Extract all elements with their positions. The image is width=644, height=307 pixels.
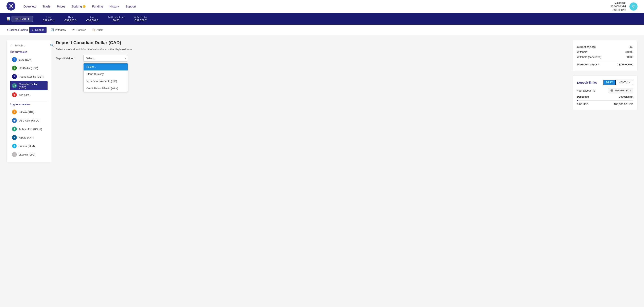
logo[interactable] (6, 2, 16, 11)
limits-progress-fill (577, 100, 578, 101)
nav-prices[interactable]: Prices (57, 5, 65, 8)
transfer-link[interactable]: ⇄ Transfer (70, 27, 88, 33)
sidebar-item-usdc[interactable]: ◉ USD Coin (USDC) (10, 116, 48, 125)
ticker-volume: 24 Hour Volume 30.50 (108, 16, 124, 22)
level-icon: ◎ (610, 89, 613, 92)
back-to-funding-link[interactable]: < Back to Funding (6, 28, 28, 31)
sidebar-item-eur[interactable]: € Euro (EUR) (10, 56, 48, 64)
balance-withheld-row: Withheld C$0.00 (577, 49, 633, 55)
main-header: Overview Trade Prices Staking ⚡ Funding … (0, 0, 644, 13)
page-subtitle: Select a method and follow the instructi… (56, 48, 568, 51)
deposit-method-row: Deposit Method: Select... ▾ (56, 55, 568, 62)
currency-sidebar: ☆ 🔍 Fiat currencies € Euro (EUR) $ US Do… (6, 40, 51, 162)
search-icon[interactable]: 🔍 (50, 44, 54, 47)
sidebar-item-jpy[interactable]: ¥ Yen (JPY) (10, 91, 48, 99)
tab-daily[interactable]: DAILY (603, 80, 616, 85)
xlm-icon: ✦ (12, 144, 17, 148)
search-input[interactable] (14, 44, 48, 47)
eur-icon: € (12, 57, 17, 62)
sidebar-item-xrp[interactable]: ✕ Ripple (XRP) (10, 133, 48, 142)
limits-progress-bar (577, 100, 633, 101)
limits-values-row: 0.00 USD 100,000.00 USD (577, 103, 633, 106)
dropdown-item-select[interactable]: Select... (84, 63, 128, 71)
pair-dropdown-button[interactable]: XBT/CAD ▼ (12, 16, 33, 22)
sidebar-item-usdt[interactable]: ₮ Tether USD (USDT) (10, 125, 48, 133)
sidebar-item-btc[interactable]: ₿ Bitcoin (XBT) (10, 108, 48, 116)
usdt-icon: ₮ (12, 127, 17, 131)
sidebar-item-cad[interactable]: C$ Canadian Dollar (CAD) (10, 81, 48, 90)
dropdown-arrow-icon: ▼ (27, 18, 30, 21)
deposit-limits-card: Deposit limits DAILY MONTHLY Your accoun… (573, 75, 638, 110)
gbp-icon: £ (12, 74, 17, 79)
nav-trade[interactable]: Trade (43, 5, 50, 8)
sidebar-item-xlm[interactable]: ✦ Lumen (XLM) (10, 142, 48, 150)
btc-icon: ₿ (12, 110, 17, 114)
favorite-star-icon[interactable]: ☆ (10, 44, 13, 47)
deposit-icon: ⬇ (32, 28, 34, 31)
sidebar-item-gbp[interactable]: £ Pound Sterling (GBP) (10, 73, 48, 81)
ticker-pair-selector[interactable]: 📊 XBT/CAD ▼ (6, 16, 33, 22)
nav-support[interactable]: Support (126, 5, 136, 8)
sidebar-item-ltc[interactable]: Ł Litecoin (LTC) (10, 150, 48, 159)
withdraw-icon: 🔄 (50, 28, 54, 31)
nav-funding[interactable]: Funding (92, 5, 103, 8)
deposit-content: Deposit Canadian Dollar (CAD) Select a m… (56, 40, 568, 92)
main-nav: Overview Trade Prices Staking ⚡ Funding … (24, 5, 610, 8)
crypto-section-title: Cryptocurrencies (10, 103, 48, 106)
ticker-last: Last C$9,670.1 (42, 16, 55, 22)
ticker-bar: 📊 XBT/CAD ▼ Last C$9,670.1 High C$9,825.… (0, 13, 644, 25)
deposit-method-dropdown: Select... Etana Custody In-Person Paymen… (83, 63, 128, 92)
balances-display: Balances: B0.00000 XBT C$0.00 CAD (610, 1, 626, 12)
method-select-wrapper: Select... ▾ (83, 55, 128, 62)
user-avatar[interactable]: C (630, 3, 638, 11)
cad-icon: C$ (12, 83, 17, 88)
account-level-badge: ◎ INTERMEDIATE (608, 88, 633, 93)
nav-staking[interactable]: Staking ⚡ (72, 5, 86, 8)
transfer-icon: ⇄ (72, 28, 75, 31)
tab-monthly[interactable]: MONTHLY (616, 80, 633, 85)
deposit-method-select[interactable]: Select... (83, 55, 128, 62)
audit-icon: 📋 (92, 28, 95, 31)
main-content: ☆ 🔍 Fiat currencies € Euro (EUR) $ US Do… (0, 35, 644, 167)
usd-icon: $ (12, 66, 17, 71)
ticker-high: High C$9,825.3 (64, 16, 76, 22)
header-right: Balances: B0.00000 XBT C$0.00 CAD C (610, 1, 638, 12)
deposit-link[interactable]: ⬇ Deposit (29, 27, 46, 33)
sidebar-divider (10, 101, 48, 101)
ticker-weighted-avg: Weighted Avg C$9,708.7 (134, 16, 147, 22)
withdraw-link[interactable]: 🔄 Withdraw (48, 27, 68, 33)
page-title: Deposit Canadian Dollar (CAD) (56, 40, 568, 45)
dropdown-item-credit-union[interactable]: Credit Union Atlantic (Wire) (84, 85, 128, 92)
account-level-row: Your account is ◎ INTERMEDIATE (577, 88, 633, 93)
xrp-icon: ✕ (12, 135, 17, 140)
limits-header: Deposit limits DAILY MONTHLY (577, 80, 633, 85)
balance-current-row: Current balance C$0 (577, 44, 633, 49)
right-panels: Current balance C$0 Withheld C$0.00 With… (573, 40, 638, 110)
balance-card: Current balance C$0 Withheld C$0.00 With… (573, 40, 638, 71)
dropdown-item-ipp[interactable]: In-Person Payments (IPP) (84, 78, 128, 85)
nav-overview[interactable]: Overview (24, 5, 36, 8)
balance-max-deposit-row: Maximum deposit C$129,000.00 (577, 61, 633, 67)
limits-tabs: DAILY MONTHLY (603, 80, 633, 85)
staking-badge: ⚡ (83, 5, 86, 8)
dropdown-item-etana[interactable]: Etana Custody (84, 71, 128, 78)
search-row: ☆ 🔍 (10, 44, 48, 47)
chart-icon: 📊 (6, 17, 10, 21)
ltc-icon: Ł (12, 152, 17, 157)
limits-columns: Deposited Deposit limit (577, 95, 633, 98)
fiat-section-title: Fiat currencies (10, 51, 48, 54)
usdc-icon: ◉ (12, 118, 17, 123)
jpy-icon: ¥ (12, 92, 17, 97)
sub-nav: < Back to Funding ⬇ Deposit 🔄 Withdraw ⇄… (0, 25, 644, 35)
limits-title: Deposit limits (577, 81, 597, 84)
nav-history[interactable]: History (110, 5, 119, 8)
balance-withheld-converted-row: Withheld (converted) $0.00 (577, 55, 633, 60)
method-label: Deposit Method: (56, 57, 80, 60)
ticker-low: Low C$9,591.3 (86, 16, 98, 22)
sidebar-item-usd[interactable]: $ US Dollar (USD) (10, 64, 48, 72)
audit-link[interactable]: 📋 Audit (90, 27, 105, 33)
